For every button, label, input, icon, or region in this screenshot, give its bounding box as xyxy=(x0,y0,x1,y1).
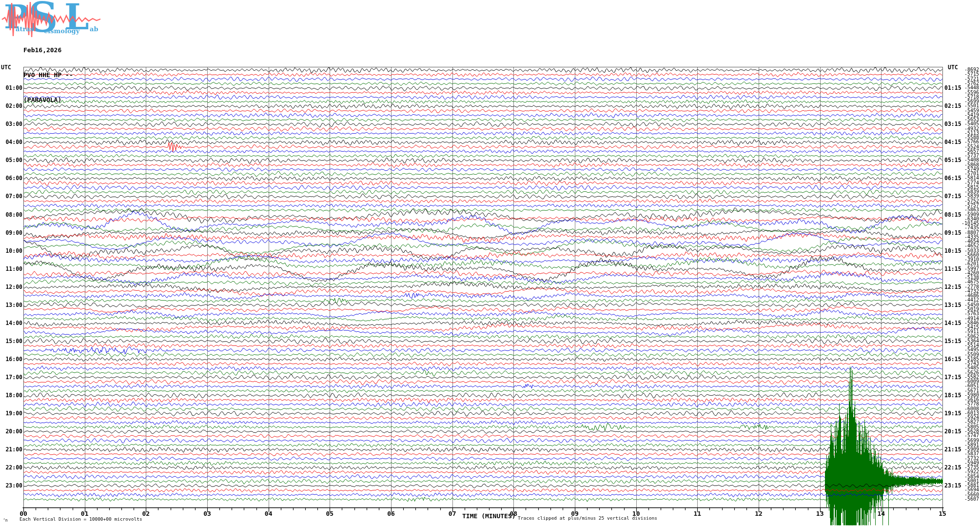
left-time-label: 08:00 xyxy=(0,212,22,217)
x-tick-label: 06 xyxy=(380,510,402,517)
offset-value: -5607 xyxy=(946,497,979,502)
x-axis-title: TIME (MINUTES) xyxy=(462,512,516,520)
left-time-label: 16:00 xyxy=(0,357,22,362)
left-time-label: 23:00 xyxy=(0,483,22,488)
header-date: Feb16,2026 xyxy=(23,46,73,54)
x-tick-label: 12 xyxy=(748,510,769,517)
left-time-label: 05:00 xyxy=(0,158,22,162)
left-time-label: 04:00 xyxy=(0,140,22,144)
left-time-label: 10:00 xyxy=(0,248,22,253)
header-station: PVO HHE HP -- xyxy=(23,71,73,79)
left-time-label: 11:00 xyxy=(0,266,22,271)
scale-note: Each Vertical Division = 10000+00 microv… xyxy=(20,516,142,522)
x-tick-label: 05 xyxy=(319,510,340,517)
left-time-label: 21:00 xyxy=(0,447,22,452)
left-time-label: 01:00 xyxy=(0,85,22,90)
x-tick-label: 15 xyxy=(932,510,953,517)
left-time-label: 22:00 xyxy=(0,465,22,470)
left-time-label: 02:00 xyxy=(0,103,22,108)
clip-note: Traces clipped at plus/minus 25 vertical… xyxy=(518,515,657,521)
left-time-label: 19:00 xyxy=(0,411,22,416)
left-time-label: 09:00 xyxy=(0,230,22,235)
helicorder-page: P S L atras eismology ab Feb16,2026 PVO … xyxy=(0,0,980,527)
left-time-label: 18:00 xyxy=(0,393,22,398)
footer-artifact: ʼn xyxy=(3,518,8,523)
x-tick-label: 11 xyxy=(686,510,708,517)
logo-word-ab: ab xyxy=(90,25,98,33)
left-time-label: 13:00 xyxy=(0,303,22,307)
left-time-label: 07:00 xyxy=(0,194,22,199)
left-time-label: 20:00 xyxy=(0,429,22,434)
left-time-label: 12:00 xyxy=(0,284,22,289)
left-time-label: 14:00 xyxy=(0,321,22,325)
left-time-label: 17:00 xyxy=(0,375,22,380)
x-tick-label: 03 xyxy=(196,510,218,517)
x-tick-label: 04 xyxy=(258,510,279,517)
left-time-label: 06:00 xyxy=(0,176,22,181)
header-block: Feb16,2026 PVO HHE HP -- (PARAVOLA) xyxy=(23,29,73,121)
utc-label-left: UTC xyxy=(1,64,11,71)
left-time-label: 03:00 xyxy=(0,122,22,126)
x-tick-label: 13 xyxy=(809,510,831,517)
x-tick-label: 14 xyxy=(870,510,892,517)
x-tick-label: 07 xyxy=(442,510,463,517)
helicorder-canvas xyxy=(0,0,980,527)
left-time-label: 15:00 xyxy=(0,339,22,344)
header-location: (PARAVOLA) xyxy=(23,96,73,104)
